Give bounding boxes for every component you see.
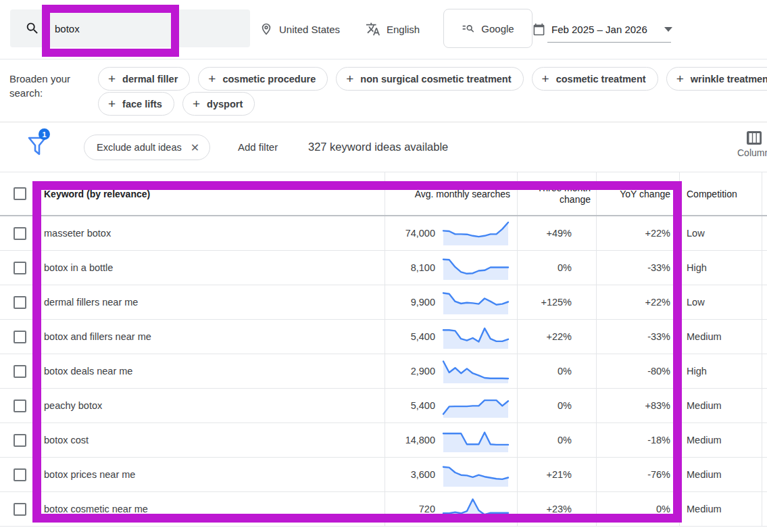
- avg-monthly-searches-value: 5,400: [411, 331, 435, 342]
- competition-value: High: [680, 354, 762, 388]
- broaden-chip[interactable]: +cosmetic procedure: [198, 67, 328, 91]
- close-icon[interactable]: ✕: [191, 141, 199, 154]
- row-checkbox[interactable]: [14, 331, 26, 343]
- date-range-underline: [547, 42, 671, 43]
- competition-value: Medium: [680, 423, 762, 457]
- table-row: botox in a bottle8,1000%-33%High: [0, 251, 767, 285]
- chevron-down-icon[interactable]: [664, 27, 672, 32]
- three-month-change-value: +49%: [518, 216, 597, 250]
- broaden-search-label: Broaden your search:: [9, 72, 91, 100]
- plus-icon: +: [208, 72, 216, 85]
- filter-count-badge: 1: [39, 128, 50, 140]
- broaden-chip[interactable]: +wrinkle treatment: [666, 67, 767, 91]
- plus-icon: +: [542, 72, 549, 85]
- select-all-checkbox[interactable]: [14, 187, 26, 200]
- plus-icon: +: [108, 97, 116, 110]
- row-checkbox[interactable]: [14, 262, 26, 274]
- row-checkbox[interactable]: [14, 434, 26, 447]
- table-header-row: Keyword (by relevance) Avg. monthly sear…: [0, 172, 767, 216]
- yoy-change-value: -33%: [597, 320, 680, 354]
- search-icon: [25, 21, 40, 36]
- avg-monthly-searches-value: 3,600: [411, 469, 435, 480]
- table-row: botox deals near me2,9000%-80%High: [0, 354, 767, 389]
- keyword-text: botox prices near me: [44, 469, 135, 480]
- header-keyword[interactable]: Keyword (by relevance): [39, 172, 385, 215]
- competition-value: Medium: [680, 492, 762, 526]
- plus-icon: +: [108, 72, 116, 85]
- row-checkbox[interactable]: [14, 365, 26, 378]
- broaden-chip[interactable]: +non surgical cosmetic treatment: [336, 67, 523, 91]
- header-competition[interactable]: Competition: [680, 172, 762, 215]
- add-filter-button[interactable]: Add filter: [238, 122, 278, 172]
- competition-value: Medium: [680, 458, 762, 491]
- yoy-change-value: 0%: [597, 492, 680, 526]
- broaden-chip-label: cosmetic treatment: [556, 74, 646, 84]
- yoy-change-value: -18%: [597, 423, 680, 457]
- search-network-button[interactable]: Google: [443, 9, 533, 48]
- table-row: botox and fillers near me5,400+22%-33%Me…: [0, 320, 767, 354]
- avg-monthly-searches-value: 8,100: [411, 262, 435, 273]
- date-range-selector[interactable]: Feb 2025 – Jan 2026: [533, 0, 672, 58]
- table-row: botox cosmetic near me720+23%0%Medium: [0, 492, 767, 527]
- trend-sparkline: [442, 461, 510, 488]
- row-checkbox[interactable]: [14, 400, 26, 412]
- keyword-search-box[interactable]: [10, 9, 250, 47]
- row-checkbox[interactable]: [14, 468, 26, 481]
- table-row: masseter botox74,000+49%+22%Low: [0, 216, 767, 251]
- three-month-change-value: 0%: [518, 354, 597, 388]
- competition-value: Medium: [680, 320, 762, 354]
- broaden-chip-label: cosmetic procedure: [222, 74, 316, 84]
- yoy-change-value: +83%: [597, 389, 680, 422]
- header-yoy-change[interactable]: YoY change: [597, 172, 680, 215]
- row-checkbox[interactable]: [14, 503, 26, 516]
- row-checkbox[interactable]: [14, 227, 26, 240]
- header-three-month-change[interactable]: Three month change: [518, 172, 597, 215]
- trend-sparkline: [442, 220, 510, 247]
- broaden-chip-label: dysport: [207, 99, 243, 110]
- active-filter-label: Exclude adult ideas: [97, 142, 182, 153]
- trend-sparkline: [442, 323, 510, 350]
- columns-button[interactable]: Columns: [737, 130, 767, 158]
- keyword-ideas-count: 327 keyword ideas available: [308, 122, 448, 172]
- broaden-chip[interactable]: +cosmetic treatment: [532, 67, 658, 91]
- trend-sparkline: [442, 495, 510, 523]
- table-body: masseter botox74,000+49%+22%Lowbotox in …: [0, 216, 767, 527]
- columns-label: Columns: [737, 147, 767, 158]
- search-input[interactable]: [55, 23, 239, 34]
- plus-icon: +: [346, 72, 353, 85]
- broaden-chips-row-1: +dermal filler+cosmetic procedure+non su…: [98, 67, 767, 91]
- three-month-change-value: +125%: [518, 285, 597, 319]
- row-checkbox[interactable]: [14, 296, 26, 309]
- active-filter-chip[interactable]: Exclude adult ideas ✕: [84, 135, 210, 160]
- keyword-text: botox in a bottle: [44, 262, 113, 273]
- keyword-text: botox cost: [44, 435, 89, 445]
- broaden-chip[interactable]: +face lifts: [98, 92, 174, 116]
- three-month-change-value: +23%: [518, 492, 597, 526]
- avg-monthly-searches-value: 9,900: [411, 297, 435, 308]
- keyword-text: masseter botox: [44, 228, 111, 239]
- avg-monthly-searches-value: 14,800: [405, 435, 435, 445]
- keyword-text: botox cosmetic near me: [44, 504, 148, 514]
- location-selector[interactable]: United States: [259, 0, 340, 58]
- table-row: dermal fillers near me9,900+125%+22%Low: [0, 285, 767, 320]
- avg-monthly-searches-value: 2,900: [411, 366, 435, 377]
- plus-icon: +: [193, 97, 200, 110]
- keyword-text: peachy botox: [44, 400, 102, 411]
- avg-monthly-searches-value: 74,000: [405, 228, 435, 239]
- broaden-chip[interactable]: +dermal filler: [98, 67, 190, 91]
- yoy-change-value: +22%: [597, 285, 680, 319]
- columns-icon: [746, 130, 762, 145]
- trend-sparkline: [442, 289, 510, 316]
- location-pin-icon: [259, 22, 273, 36]
- three-month-change-value: +21%: [518, 458, 597, 491]
- language-selector[interactable]: English: [366, 0, 420, 58]
- header-avg-monthly-searches[interactable]: Avg. monthly searches: [385, 172, 518, 215]
- date-range-label: Feb 2025 – Jan 2026: [551, 24, 647, 35]
- table-row: botox cost14,8000%-18%Medium: [0, 423, 767, 458]
- table-row: botox prices near me3,600+21%-76%Medium: [0, 458, 767, 492]
- network-label: Google: [481, 23, 514, 34]
- broaden-chip[interactable]: +dysport: [182, 92, 255, 116]
- competition-value: High: [680, 251, 762, 285]
- three-month-change-value: 0%: [518, 251, 597, 285]
- keyword-ideas-table: Keyword (by relevance) Avg. monthly sear…: [0, 172, 767, 527]
